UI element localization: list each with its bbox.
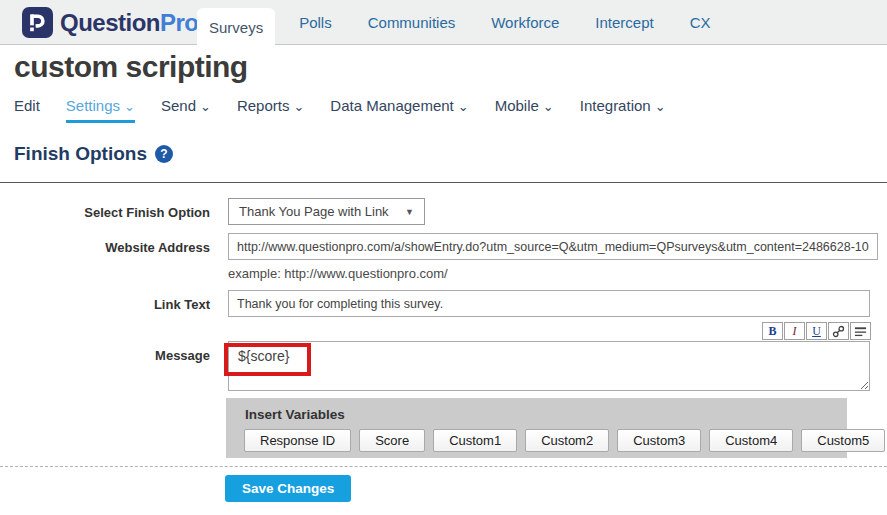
underline-button[interactable]: U — [806, 322, 827, 340]
select-arrow-icon: ▼ — [405, 207, 414, 217]
variable-button-custom4[interactable]: Custom4 — [709, 429, 793, 452]
survey-sub-navigation: Edit Settings⌄ Send⌄ Reports⌄ Data Manag… — [14, 97, 666, 123]
insert-variables-panel: Insert Variables Response ID Score Custo… — [226, 398, 847, 458]
questionpro-logo-icon — [22, 7, 53, 38]
subnav-item-edit[interactable]: Edit — [14, 97, 40, 123]
chevron-down-icon: ⌄ — [458, 99, 469, 114]
finish-option-selected-value: Thank You Page with Link — [239, 204, 389, 219]
bottom-dashed-divider — [0, 466, 887, 467]
link-chain-icon — [832, 325, 845, 338]
insert-variables-buttons: Response ID Score Custom1 Custom2 Custom… — [244, 429, 885, 452]
variable-button-custom2[interactable]: Custom2 — [525, 429, 609, 452]
link-text-input[interactable] — [228, 290, 870, 317]
tab-communities[interactable]: Communities — [356, 0, 468, 45]
page-title: custom scripting — [14, 50, 248, 84]
select-finish-option-label: Select Finish Option — [0, 205, 210, 220]
insert-link-button[interactable] — [828, 322, 849, 340]
question-p-glyph — [27, 12, 48, 33]
finish-option-select[interactable]: Thank You Page with Link ▼ — [228, 198, 425, 225]
tab-polls[interactable]: Polls — [287, 0, 344, 45]
subnav-item-mobile[interactable]: Mobile⌄ — [495, 97, 554, 123]
subnav-item-integration[interactable]: Integration⌄ — [580, 97, 666, 123]
align-lines-icon — [854, 325, 867, 338]
help-icon[interactable]: ? — [155, 145, 173, 163]
section-divider — [0, 182, 887, 183]
bold-button[interactable]: B — [762, 322, 783, 340]
website-example-text: example: http://www.questionpro.com/ — [228, 266, 448, 281]
subnav-item-settings[interactable]: Settings⌄ — [66, 97, 135, 123]
section-title: Finish Options — [14, 143, 147, 165]
questionpro-logo[interactable]: QuestionPro — [22, 7, 199, 38]
tab-cx[interactable]: CX — [678, 0, 723, 45]
message-textarea[interactable]: ${score} — [228, 341, 870, 391]
tab-intercept[interactable]: Intercept — [583, 0, 665, 45]
variable-button-response-id[interactable]: Response ID — [244, 429, 351, 452]
product-tabs: Surveys Polls Communities Workforce Inte… — [197, 0, 735, 45]
chevron-down-icon: ⌄ — [124, 99, 135, 114]
tab-surveys[interactable]: Surveys — [197, 8, 275, 46]
italic-button[interactable]: I — [784, 322, 805, 340]
brand-wordmark: QuestionPro — [60, 9, 199, 37]
subnav-item-send[interactable]: Send⌄ — [161, 97, 211, 123]
brand-word-pro: Pro — [160, 9, 199, 36]
align-button[interactable] — [850, 322, 871, 340]
variable-button-custom3[interactable]: Custom3 — [617, 429, 701, 452]
message-format-toolbar: B I U — [762, 322, 871, 340]
insert-variables-title: Insert Variables — [245, 407, 345, 422]
chevron-down-icon: ⌄ — [543, 99, 554, 114]
top-navigation-bar: QuestionPro Surveys Polls Communities Wo… — [0, 0, 887, 45]
chevron-down-icon: ⌄ — [200, 99, 211, 114]
tab-workforce[interactable]: Workforce — [479, 0, 571, 45]
save-changes-button[interactable]: Save Changes — [225, 475, 351, 502]
message-label: Message — [0, 348, 210, 363]
variable-button-custom5[interactable]: Custom5 — [801, 429, 885, 452]
chevron-down-icon: ⌄ — [293, 99, 304, 114]
variable-button-score[interactable]: Score — [359, 429, 425, 452]
subnav-item-reports[interactable]: Reports⌄ — [237, 97, 304, 123]
subnav-item-data-management[interactable]: Data Management⌄ — [330, 97, 468, 123]
website-address-label: Website Address — [0, 240, 210, 255]
link-text-label: Link Text — [0, 297, 210, 312]
section-heading: Finish Options ? — [14, 143, 173, 165]
website-address-input[interactable] — [228, 233, 878, 260]
variable-button-custom1[interactable]: Custom1 — [433, 429, 517, 452]
brand-word-question: Question — [60, 9, 160, 36]
chevron-down-icon: ⌄ — [655, 99, 666, 114]
